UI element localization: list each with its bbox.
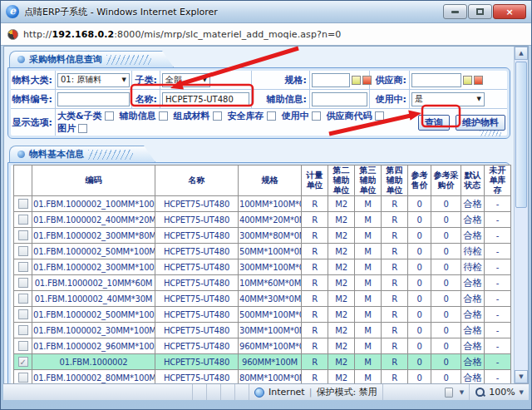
cell-unit: R (302, 228, 328, 244)
table-row[interactable]: 01.FBM.1000002_400MM*20MHCPET75-UT480400… (14, 212, 511, 228)
lookup-icon[interactable] (463, 76, 472, 85)
title-bar[interactable]: e 点睛ERP子系统 - Windows Internet Explorer × (1, 1, 531, 23)
cell-purchase_price: 0 (431, 338, 461, 354)
table-row[interactable]: 01.FBM.1000002_300MM*80MHCPET75-UT480300… (14, 228, 511, 244)
table-row[interactable]: 01.FBM.1000002_50MM*100MHCPET75-UT48050M… (14, 244, 511, 259)
supplier-input[interactable] (411, 73, 461, 87)
address-bar[interactable]: http://192.168.0.2:8000/mis/mrp/slc_mate… (1, 23, 531, 46)
category-select[interactable]: 01: 原辅料▼ (57, 73, 130, 87)
row-checkbox[interactable] (18, 325, 28, 335)
table-row[interactable]: 01.FBM.1000002_500MM*100MHCPET75-UT48050… (14, 307, 511, 323)
cell-status: 合格 (461, 323, 485, 338)
row-checkbox[interactable]: ✓ (18, 357, 28, 367)
zoom-control[interactable]: 100% ▼ (470, 384, 529, 400)
row-checkbox[interactable] (18, 278, 28, 288)
row-checkbox[interactable] (18, 262, 28, 272)
subcategory-select[interactable]: 全部▼ (162, 73, 210, 87)
row-checkbox[interactable] (18, 294, 28, 304)
cell-unit: R (302, 307, 328, 323)
cell-purchase_price: 0 (431, 323, 461, 338)
display-option-checkbox[interactable] (267, 111, 276, 121)
row-checkbox-cell (14, 338, 32, 354)
aux-info-input[interactable] (312, 92, 367, 106)
lookup-icon[interactable] (352, 76, 361, 85)
cell-aux4: R (382, 275, 408, 291)
page-scrollbar[interactable]: ▲ ▼ (514, 47, 528, 383)
cell-unit: R (302, 291, 328, 307)
table-row[interactable]: 01.FBM.1000002_960MM*100M*0MMHCPET75-UT4… (14, 338, 511, 354)
table-row[interactable]: 01.FBM.1000002_100MM*100MHCPET75-UT48010… (14, 196, 511, 212)
cell-spec: 50MM*100M*0MM (239, 244, 302, 259)
cell-code: 01.FBM.1000002_300MM*80M (32, 228, 155, 244)
display-option-checkbox[interactable] (159, 111, 168, 121)
chevron-down-icon: ▼ (122, 77, 126, 83)
name-input[interactable]: HCPET75-UT480 (162, 92, 249, 106)
cell-sale_price: 0 (408, 291, 431, 307)
scrollbar-thumb[interactable] (515, 62, 527, 208)
material-code-input[interactable] (57, 92, 130, 106)
cell-sale_price: 0 (408, 323, 431, 338)
query-button[interactable]: 查询 (418, 115, 450, 131)
cell-code: 01.FBM.1000002_960MM*100M*0MM (32, 338, 155, 354)
display-option-label: 安全库存 (228, 110, 264, 122)
chevron-down-icon[interactable]: ▼ (520, 389, 524, 396)
row-checkbox[interactable] (18, 199, 28, 209)
page-tools-segment[interactable]: ▼ (440, 384, 470, 400)
table-row[interactable]: 01.FBM.1000002_300MM*100MHCPET75-UT48030… (14, 259, 511, 275)
row-checkbox[interactable] (18, 246, 28, 256)
protected-mode-label: 保护模式: 禁用 (316, 386, 377, 398)
maintain-material-button[interactable]: 维护物料 (456, 115, 505, 131)
cell-aux3: M (355, 228, 382, 244)
display-option-label: 图片 (57, 122, 76, 135)
row-checkbox[interactable] (18, 373, 28, 383)
cell-code: 01.FBM.1000002_500MM*100M (32, 307, 155, 323)
cell-aux2: M2 (328, 323, 355, 338)
table-row[interactable]: 01.FBM.1000002_80MM*100MHCPET75-UT48080M… (14, 370, 511, 384)
column-header: 未开单库存 (485, 165, 511, 196)
scroll-up-arrow-icon[interactable]: ▲ (515, 47, 528, 60)
display-option-checkbox[interactable] (78, 124, 87, 133)
row-checkbox[interactable] (18, 341, 28, 351)
cell-aux2: M2 (328, 307, 355, 323)
row-checkbox[interactable] (18, 230, 28, 240)
maximize-button[interactable] (468, 4, 492, 19)
cell-spec: 500MM*100M*0MM (239, 307, 302, 323)
cell-stock: - (485, 354, 511, 370)
cell-spec: 960MM*100M*0MM (239, 338, 302, 354)
cell-sale_price: 0 (408, 212, 431, 228)
cell-status: 待检 (461, 244, 485, 259)
row-checkbox[interactable] (18, 309, 28, 319)
row-checkbox[interactable] (18, 215, 28, 225)
url-field[interactable]: http://192.168.0.2:8000/mis/mrp/slc_mate… (23, 29, 341, 40)
cell-status: 合格 (461, 228, 485, 244)
display-option-checkbox[interactable] (213, 111, 222, 121)
table-row[interactable]: 01.FBM.1000002_10MM*60MHCPET75-UT48010MM… (14, 275, 511, 291)
security-zone-segment: Internet | 保护模式: 禁用 (249, 384, 383, 400)
cell-stock: - (485, 244, 511, 259)
cell-status: 合格 (461, 354, 485, 370)
spec-input[interactable] (312, 73, 350, 87)
cell-aux3: M (355, 259, 382, 275)
column-header: 名称 (155, 165, 239, 196)
row-checkbox-cell (14, 196, 32, 212)
scroll-down-arrow-icon[interactable]: ▼ (515, 370, 528, 383)
display-option-checkbox[interactable] (105, 111, 114, 121)
clear-icon[interactable] (474, 76, 483, 85)
cell-unit: R (302, 275, 328, 291)
cell-code: 01.FBM.1000002 (32, 354, 155, 370)
minimize-button[interactable] (443, 4, 467, 19)
table-row[interactable]: ✓01.FBM.1000002HCPET75-UT480960MM*100MRM… (14, 354, 511, 370)
close-button[interactable]: × (493, 4, 526, 19)
cell-sale_price: 0 (408, 196, 431, 212)
display-option-checkbox[interactable] (375, 111, 384, 121)
cell-aux4: R (382, 354, 408, 370)
cell-code: 01.FBM.1000002_100MM*100M (32, 196, 155, 212)
table-row[interactable]: 01.FBM.1000002_30MM*100MHCPET75-UT48030M… (14, 323, 511, 338)
table-header-row: 编码名称规格计量单位第二辅助单位第三辅助单位第四辅助单位参考售价参考采购价默认状… (14, 165, 511, 196)
table-row[interactable]: 01.FBM.1000002_40MM*30MHCPET75-UT48040MM… (14, 291, 511, 307)
display-option-checkbox[interactable] (312, 111, 321, 121)
status-segment (193, 384, 207, 400)
query-panel-title: 采购物料信息查询 (29, 53, 102, 66)
in-use-select[interactable]: 是▼ (411, 92, 485, 106)
chevron-down-icon[interactable]: ▼ (460, 389, 464, 396)
